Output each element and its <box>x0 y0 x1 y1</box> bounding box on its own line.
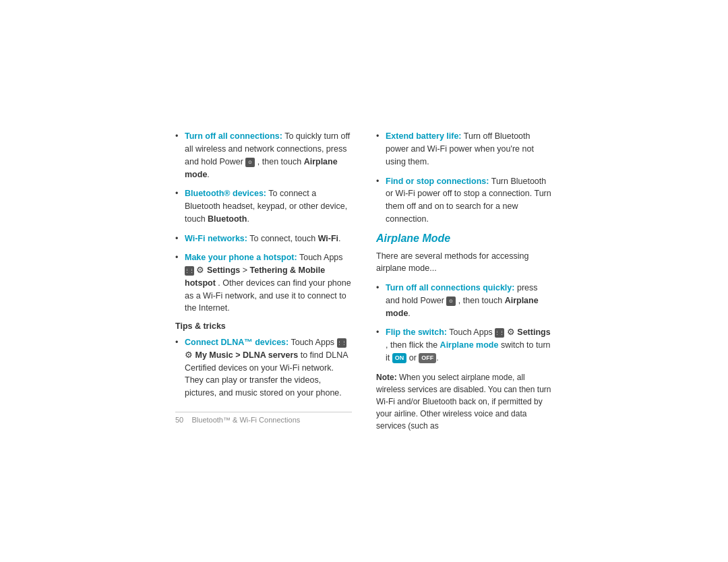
settings-bold: Settings <box>207 266 240 275</box>
power-icon-airplane: ⊙ <box>446 296 456 306</box>
flip-switch-link: Flip the switch: <box>386 327 447 337</box>
connect-dlna-body: Touch Apps <box>291 338 336 347</box>
my-music-bold: My Music > <box>195 350 243 360</box>
list-item-turn-off-quickly: Turn off all connections quickly: press … <box>376 282 553 319</box>
toggle-off-label: OFF <box>419 353 436 364</box>
apps-icon-dlna: ⋮⋮ <box>337 338 346 348</box>
toggle-on-label: ON <box>392 353 407 364</box>
note-body: When you select airplane mode, all wirel… <box>376 373 551 431</box>
list-item-wifi-networks: Wi-Fi networks: To connect, touch Wi-Fi. <box>175 232 352 245</box>
wifi-bold: Wi-Fi <box>318 234 338 243</box>
make-hotspot-path: > <box>243 266 250 275</box>
list-item-extend-battery: Extend battery life: Turn off Bluetooth … <box>376 130 553 168</box>
turn-off-connections-link: Turn off all connections: <box>185 131 282 141</box>
dlna-servers-bold: DLNA servers <box>243 350 298 360</box>
bluetooth-bold: Bluetooth <box>208 214 247 224</box>
list-item-bluetooth-devices: Bluetooth® devices: To connect a Bluetoo… <box>175 187 352 225</box>
tips-tricks-heading: Tips & tricks <box>175 321 352 331</box>
flip-switch-suffix: , then flick the <box>386 340 440 350</box>
section-title: Bluetooth™ & Wi-Fi Connections <box>191 416 300 424</box>
wifi-networks-body: To connect, touch <box>249 234 317 243</box>
connect-dlna-link: Connect DLNA™ devices: <box>185 338 289 347</box>
airplane-mode-intro: There are several methods for accessing … <box>376 250 553 276</box>
make-hotspot-link: Make your phone a hotspot: <box>185 253 297 262</box>
turn-off-quickly-link: Turn off all connections quickly: <box>386 283 514 292</box>
page-container: Turn off all connections: To quickly tur… <box>169 117 559 445</box>
right-column: Extend battery life: Turn off Bluetooth … <box>376 130 553 431</box>
find-stop-link: Find or stop connections: <box>386 177 489 186</box>
list-item-turn-off-connections: Turn off all connections: To quickly tur… <box>175 130 352 181</box>
airplane-bullet-list: Turn off all connections quickly: press … <box>376 282 553 365</box>
or-text: or <box>409 353 419 363</box>
turn-off-connections-suffix: , then touch <box>257 157 304 166</box>
extend-battery-link: Extend battery life: <box>386 131 462 141</box>
page-number: 50 <box>175 416 183 424</box>
apps-icon-hotspot: ⋮⋮ <box>185 266 194 276</box>
wifi-networks-link: Wi-Fi networks: <box>185 234 247 243</box>
two-column-layout: Turn off all connections: To quickly tur… <box>175 130 553 431</box>
airplane-mode-section: Airplane Mode There are several methods … <box>376 232 553 432</box>
airplane-mode-flip-bold-link: Airplane mode <box>440 340 499 350</box>
list-item-connect-dlna: Connect DLNA™ devices: Touch Apps ⋮⋮ ⚙ M… <box>175 336 352 400</box>
make-hotspot-body: Touch Apps <box>299 253 343 262</box>
left-bullet-list: Turn off all connections: To quickly tur… <box>175 130 352 315</box>
gear-settings-icon: ⚙ <box>196 266 206 275</box>
left-column: Turn off all connections: To quickly tur… <box>175 130 352 431</box>
settings-flip-bold: Settings <box>517 327 550 337</box>
list-item-flip-switch: Flip the switch: Touch Apps ⋮⋮ ⚙ Setting… <box>376 326 553 364</box>
list-item-find-stop: Find or stop connections: Turn Bluetooth… <box>376 175 553 226</box>
gear-icon-dlna: ⚙ <box>185 350 195 360</box>
airplane-note: Note: When you select airplane mode, all… <box>376 371 553 432</box>
airplane-mode-heading: Airplane Mode <box>376 232 553 245</box>
apps-icon-flip: ⋮⋮ <box>495 328 504 338</box>
note-label: Note: <box>376 373 397 382</box>
page-footer: 50 Bluetooth™ & Wi-Fi Connections <box>175 412 352 424</box>
list-item-make-hotspot: Make your phone a hotspot: Touch Apps ⋮⋮… <box>175 251 352 315</box>
power-icon: ⊙ <box>245 158 255 167</box>
turn-off-quickly-suffix: , then touch <box>458 296 505 305</box>
gear-settings-flip: ⚙ <box>507 327 517 337</box>
tips-bullet-list: Connect DLNA™ devices: Touch Apps ⋮⋮ ⚙ M… <box>175 336 352 400</box>
right-bullet-list-top: Extend battery life: Turn off Bluetooth … <box>376 130 553 225</box>
flip-switch-body: Touch Apps <box>449 327 495 337</box>
bluetooth-devices-link: Bluetooth® devices: <box>185 189 266 198</box>
